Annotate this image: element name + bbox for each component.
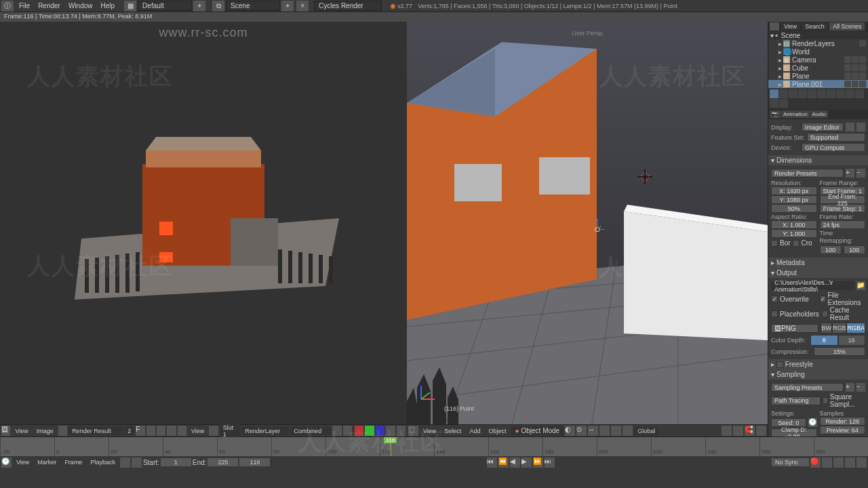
render-shading-icon[interactable] (756, 426, 766, 436)
crumb-anim[interactable]: Animation (781, 110, 810, 118)
jump-end-icon[interactable]: ⏭ (545, 458, 555, 468)
img-menu-image[interactable]: Image (33, 428, 57, 434)
next-key-icon[interactable]: ⏩ (533, 458, 543, 468)
img-slot-name[interactable]: Render Result (68, 427, 123, 435)
frame-step-field[interactable]: Frame Step: 1 (820, 204, 866, 213)
scene-add-icon[interactable]: + (281, 1, 294, 12)
featureset-dropdown[interactable]: Supported (807, 133, 865, 142)
integrator-dropdown[interactable]: Path Tracing (771, 396, 821, 405)
time-new-field[interactable]: 100 (844, 245, 865, 254)
prop-tab-layers[interactable] (779, 89, 788, 98)
device-dropdown[interactable]: GPU Compute (802, 143, 865, 152)
outliner-tab-search[interactable]: Search (802, 22, 828, 30)
editor-type-icon[interactable]: 🖼 (1, 426, 10, 436)
prop-tab-material[interactable] (846, 89, 854, 98)
prev-key-icon[interactable]: ⏪ (498, 458, 509, 468)
timeline-editor-icon[interactable]: 🕐 (1, 458, 12, 468)
tl-start-field[interactable]: 1 (161, 458, 191, 466)
manip-icon[interactable]: ↔ (588, 426, 598, 436)
renderlayer-dropdown[interactable]: RenderLayer (241, 427, 289, 435)
mode-dropdown[interactable]: ●Object Mode (511, 426, 564, 435)
img-browse-icon[interactable] (58, 426, 67, 436)
dimensions-header[interactable]: ▾Dimensions (768, 155, 868, 165)
keying-icon-2[interactable] (833, 458, 844, 468)
outliner-icon[interactable] (770, 22, 779, 30)
vp-menu-object[interactable]: Object (485, 428, 509, 434)
crumb-audio[interactable]: Audio (810, 110, 828, 118)
prop-tab-particles[interactable] (770, 99, 778, 108)
color-rgba-toggle[interactable]: RGBA (846, 323, 865, 333)
preview-samples-field[interactable]: Preview: 64 (820, 426, 866, 434)
scene-icon[interactable]: ⧉ (212, 1, 224, 12)
sampling-header[interactable]: ▾Sampling (768, 369, 868, 380)
output-path-field[interactable]: C:\Users\Alex\Des...\r Animation\Stills\ (771, 281, 854, 290)
border-checkbox[interactable] (771, 240, 778, 247)
render-samples-field[interactable]: Render: 128 (820, 417, 866, 426)
color-rgb-toggle[interactable]: RGB (832, 323, 847, 333)
color-bw-toggle[interactable]: BW (821, 323, 832, 333)
img-slot-icon[interactable] (209, 426, 218, 436)
display-x-icon[interactable] (856, 123, 865, 131)
timeline-track[interactable]: -20 0 20 40 60 80 100 120 140 160 180 20… (0, 437, 868, 456)
editor-type2-icon[interactable] (178, 426, 186, 436)
placeholders-checkbox[interactable] (771, 310, 778, 317)
prop-tab-data[interactable] (836, 89, 845, 98)
jump-start-icon[interactable]: ⏮ (487, 458, 497, 468)
vp-editor-icon[interactable]: ⬚ (408, 426, 418, 436)
pass-dropdown[interactable]: Combined (290, 427, 331, 435)
channel-icon-1[interactable] (332, 426, 341, 436)
alpha-icon[interactable] (386, 426, 395, 436)
end-frame-field[interactable]: End Fram: 225 (820, 195, 866, 204)
prop-tab-render[interactable] (770, 89, 778, 98)
tl-range-icon[interactable] (120, 458, 130, 468)
prop-tab-physics[interactable] (779, 99, 788, 108)
layer-1-icon[interactable] (722, 426, 732, 436)
layer-2-icon[interactable] (733, 426, 743, 436)
aspect-y-field[interactable]: Y: 1.000 (771, 229, 817, 238)
cache-checkbox[interactable] (822, 310, 828, 317)
tl-end-field[interactable]: 225 (208, 458, 238, 466)
slot-dropdown[interactable]: Slot 1 (220, 424, 241, 439)
menu-render[interactable]: Render (34, 2, 64, 9)
pivot-icon[interactable]: ⊙ (576, 426, 587, 436)
outliner-tab-allscenes[interactable]: All Scenes (829, 22, 865, 30)
display-lock-icon[interactable] (846, 123, 854, 131)
tl-menu-view[interactable]: View (13, 459, 33, 466)
tl-current-frame-field[interactable]: 116 (239, 458, 270, 466)
tl-menu-frame[interactable]: Frame (61, 459, 85, 466)
outliner-item-world[interactable]: ▸🌐World (768, 47, 868, 56)
zbuf-icon[interactable] (397, 426, 406, 436)
3d-viewport[interactable]: User Persp (407, 22, 768, 436)
depth-8-toggle[interactable]: 8 (810, 335, 838, 346)
outliner-item-plane001[interactable]: ▸▽Plane.001 (768, 80, 868, 88)
depth-16-toggle[interactable]: 16 (838, 335, 866, 346)
framerate-dropdown[interactable]: 24 fps (820, 220, 866, 229)
outliner[interactable]: ▾⚬ Scene ▸▤RenderLayers ▸🌐World ▸▣Camera… (768, 31, 868, 88)
format-dropdown[interactable]: 🖼 PNG (771, 324, 818, 333)
scene-del-icon[interactable]: × (296, 1, 309, 12)
play-icon[interactable]: ▶ (521, 458, 532, 468)
outliner-scene-row[interactable]: ▾⚬ Scene (768, 31, 868, 39)
outliner-item-plane[interactable]: ▸▽Plane (768, 72, 868, 80)
prop-tab-scene[interactable] (789, 89, 797, 98)
render-result-view[interactable]: www.rr-sc.com (0, 22, 407, 424)
res-pct-field[interactable]: 50% (771, 204, 817, 213)
sync-dropdown[interactable]: No Sync (772, 458, 809, 466)
keying-icon-3[interactable] (845, 458, 855, 468)
play-rev-icon[interactable]: ◀ (510, 458, 520, 468)
freestyle-header[interactable]: ▸ Freestyle (768, 359, 868, 369)
manip-trans-icon[interactable] (599, 426, 610, 436)
shading-icon[interactable]: ◐ (565, 426, 575, 436)
display-dropdown[interactable]: Image Editor (802, 123, 844, 131)
manip-scale-icon[interactable] (623, 426, 633, 436)
render-engine-dropdown[interactable]: Cycles Render (314, 1, 382, 11)
square-samples-checkbox[interactable] (823, 397, 828, 404)
prop-tab-object[interactable] (808, 89, 816, 98)
tl-menu-marker[interactable]: Marker (34, 459, 60, 466)
time-old-field[interactable]: 100 (820, 245, 842, 254)
manip-rot-icon[interactable] (611, 426, 621, 436)
prop-tab-texture[interactable] (855, 89, 864, 98)
prop-tab-world[interactable] (798, 89, 807, 98)
img-a-icon[interactable] (157, 426, 165, 436)
prop-tab-modifiers[interactable] (827, 89, 835, 98)
